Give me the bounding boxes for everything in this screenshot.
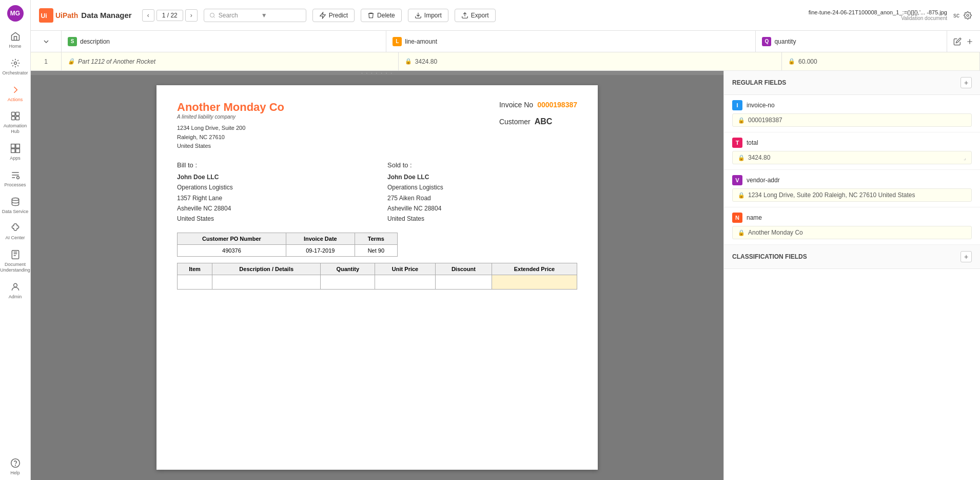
company-name-part1: Another (177, 101, 220, 113)
sold-to-content: John Doe LLC Operations Logistics 275 Ai… (387, 172, 577, 224)
resize-handle[interactable]: · · · · · · · (31, 71, 723, 75)
items-col-item: Item (178, 263, 212, 275)
row-cell-lineamount[interactable]: 🔒 3424.80 (399, 52, 782, 70)
svg-rect-4 (15, 117, 19, 120)
lock-icon-description: 🔒 (68, 58, 75, 65)
next-page-button[interactable]: › (185, 9, 198, 22)
company-address: 1234 Long Drive, Suite 200Raleigh, NC 27… (177, 124, 284, 151)
po-col-terms: Terms (355, 233, 397, 244)
quantity-value: 60.000 (798, 58, 817, 65)
import-button[interactable]: Import (408, 9, 448, 22)
sidebar-data-label: Data Service (2, 209, 29, 215)
regular-fields-header: REGULAR FIELDS + (724, 71, 980, 95)
company-name-part3: Co (269, 101, 284, 113)
sold-to-section: Sold to : John Doe LLC Operations Logist… (387, 161, 577, 224)
sold-to-dept: Operations Logistics (387, 182, 577, 193)
export-icon (461, 12, 468, 19)
sidebar-item-document-understanding[interactable]: Document Understanding (0, 245, 30, 277)
doc-content[interactable]: Another Monday Co A limited liability co… (31, 75, 723, 480)
field-name-value-row[interactable]: 🔒 Another Monday Co (732, 226, 972, 239)
sidebar-item-admin[interactable]: Admin (0, 277, 30, 304)
svg-rect-6 (15, 144, 19, 148)
col-header-lineamount: L line-amount (386, 31, 756, 52)
field-badge-t: T (732, 138, 742, 148)
sidebar-item-help[interactable]: Help (0, 453, 30, 480)
field-name: N name 🔒 Another Monday Co (724, 207, 980, 245)
invoice-no-label: Invoice No (499, 101, 533, 109)
field-total-value-row[interactable]: 🔒 3424.80 ⌟ (732, 151, 972, 164)
row-cell-quantity[interactable]: 🔒 60.000 (782, 52, 980, 70)
svg-point-18 (967, 14, 969, 16)
prev-page-button[interactable]: ‹ (142, 9, 154, 22)
document-understanding-icon (10, 249, 21, 260)
toolbar: Ui UiPath Data Manager ‹ 1 / 22 › Search… (31, 0, 980, 31)
predict-icon (319, 12, 326, 19)
field-vendor-addr-value-row[interactable]: 🔒 1234 Long Drive, Suite 200 Raleigh, NC… (732, 188, 972, 202)
badge-l: L (393, 37, 402, 46)
bill-to-label: Bill to : (177, 161, 367, 169)
sidebar-apps-label: Apps (10, 156, 21, 161)
chevron-down-icon (42, 37, 50, 46)
sidebar-item-data-service[interactable]: Data Service (0, 192, 30, 219)
field-total-value: 3424.80 (748, 154, 961, 161)
bill-to-address2: Asheville NC 28804 (177, 203, 367, 214)
field-invoice-no-label: invoice-no (747, 102, 775, 109)
sidebar-item-actions[interactable]: Actions (0, 80, 30, 107)
sidebar-item-processes[interactable]: Processes (0, 165, 30, 192)
add-column-icon[interactable] (966, 37, 974, 46)
page-indicator: 1 / 22 (156, 10, 183, 21)
automation-hub-icon (10, 110, 21, 122)
invoice-no-block: Invoice No 0000198387 Customer ABC (499, 101, 577, 126)
field-vendor-addr: V vendor-addr 🔒 1234 Long Drive, Suite 2… (724, 170, 980, 207)
company-name-part2: Monday (223, 101, 266, 113)
delete-label: Delete (377, 12, 395, 19)
sidebar-item-ai-center[interactable]: AI Center (0, 218, 30, 245)
field-invoice-no-value: 0000198387 (748, 117, 966, 124)
field-invoice-no-value-row[interactable]: 🔒 0000198387 (732, 113, 972, 127)
svg-rect-7 (11, 149, 15, 153)
sidebar-item-orchestrator[interactable]: Orchestrator (0, 53, 30, 80)
file-info: fine-tune-24-06-21T100008_anon_1_:=()[]{… (809, 9, 947, 21)
apps-icon (10, 143, 21, 154)
export-label: Export (471, 12, 489, 19)
delete-button[interactable]: Delete (361, 9, 402, 22)
row-cell-description[interactable]: 🔒 Part 1212 of Another Rocket (62, 52, 399, 70)
sidebar-item-home[interactable]: Home (0, 27, 30, 53)
orchestrator-icon (10, 57, 21, 69)
svg-rect-3 (11, 117, 15, 120)
predict-button[interactable]: Predict (312, 9, 355, 22)
table-toggle[interactable] (31, 31, 62, 52)
delete-icon (367, 12, 375, 19)
description-value: Part 1212 of Another Rocket (78, 58, 155, 65)
help-icon (10, 457, 21, 469)
invoice-header-row: Another Monday Co A limited liability co… (177, 101, 577, 151)
export-button[interactable]: Export (455, 9, 496, 22)
bill-to-address1: 1357 Right Lane (177, 193, 367, 203)
sidebar-item-automation-hub[interactable]: Automation Hub (0, 106, 30, 139)
brand-title: Data Manager (81, 11, 131, 20)
sidebar-admin-label: Admin (9, 294, 22, 300)
settings-icon[interactable] (964, 11, 972, 20)
svg-rect-8 (15, 149, 19, 153)
data-table-header: S description L line-amount Q quantity (31, 31, 980, 52)
items-table-row-1 (178, 275, 577, 289)
search-box[interactable]: Search ▼ (204, 9, 306, 22)
sidebar-home-label: Home (9, 44, 21, 49)
po-col-po-number: Customer PO Number (178, 233, 286, 244)
sidebar-item-apps[interactable]: Apps (0, 139, 30, 165)
quantity-cell (321, 275, 375, 289)
items-col-extended-price: Extended Price (492, 263, 577, 275)
field-vendor-addr-value: 1234 Long Drive, Suite 200 Raleigh, NC 2… (748, 191, 966, 199)
lock-icon-lineamount: 🔒 (405, 58, 412, 65)
svg-point-10 (12, 198, 18, 200)
edit-icon[interactable] (953, 37, 962, 46)
col-quantity-label: quantity (774, 38, 796, 45)
bill-to-dept: Operations Logistics (177, 182, 367, 193)
terms-value: Net 90 (355, 244, 397, 256)
badge-q: Q (762, 37, 771, 46)
add-regular-field-button[interactable]: + (961, 77, 972, 88)
add-classification-field-button[interactable]: + (961, 251, 972, 262)
company-block: Another Monday Co A limited liability co… (177, 101, 284, 151)
field-badge-n: N (732, 213, 742, 223)
col-description-label: description (80, 38, 110, 45)
